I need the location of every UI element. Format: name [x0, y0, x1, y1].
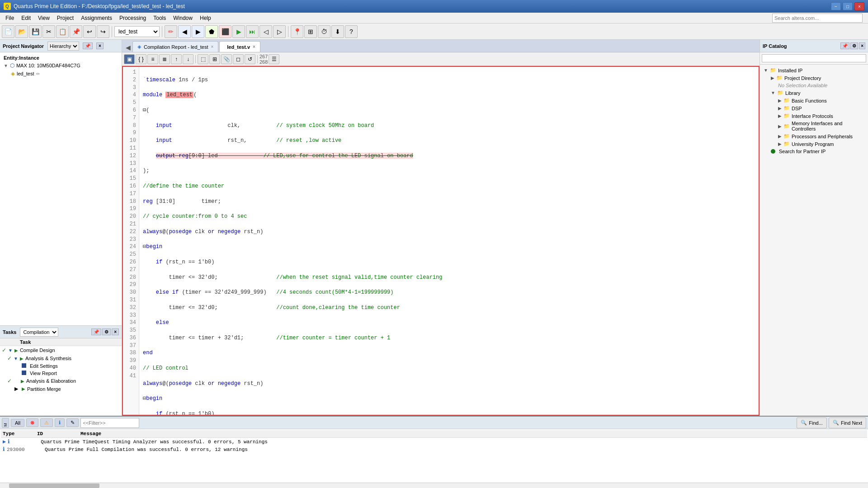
ed-box-btn[interactable]: ◻ [233, 54, 244, 64]
ip-node-interface-protocols[interactable]: ▶ 📁 Interface Protocols [762, 112, 866, 120]
tab-compilation-close-icon[interactable]: × [211, 44, 213, 49]
fwd-button[interactable]: ▷ [273, 25, 286, 38]
ip-basic-expand-icon: ▶ [778, 98, 782, 103]
vertical-msg-tab[interactable]: M [2, 418, 9, 428]
all-filter-btn[interactable]: All [11, 419, 24, 427]
maximize-button[interactable]: □ [843, 2, 853, 10]
find-button[interactable]: 🔍 Find... [797, 418, 827, 428]
project-dropdown[interactable]: led_test [114, 26, 160, 37]
ip-settings-btn[interactable]: ⚙ [850, 42, 858, 49]
menu-file[interactable]: File [2, 13, 18, 23]
tasks-settings-btn[interactable]: ⚙ [102, 328, 111, 335]
ed-clip2-btn[interactable]: ⊞ [209, 54, 220, 64]
menu-processing[interactable]: Processing [116, 13, 150, 23]
ed-align-btn[interactable]: ≣ [159, 54, 170, 64]
start-fit-button[interactable]: ⬟ [205, 25, 218, 38]
menu-view[interactable]: View [34, 13, 53, 23]
ed-clip1-btn[interactable]: ⬚ [198, 54, 208, 64]
pin-button[interactable]: 📍 [291, 25, 303, 38]
minimize-button[interactable]: − [831, 2, 841, 10]
error-filter-btn[interactable]: ⊗ [26, 418, 38, 427]
task-row-edit-settings[interactable]: Edit Settings [0, 362, 122, 370]
ed-module-btn[interactable]: ▣ [124, 54, 135, 64]
ip-node-project-dir[interactable]: ▶ 📁 Project Directory [762, 74, 866, 82]
ed-lines-btn[interactable]: ☰ [269, 54, 279, 64]
step-button[interactable]: ⏭ [246, 25, 259, 38]
ip-node-basic-functions[interactable]: ▶ 📁 Basic Functions [762, 97, 866, 104]
msg-row-1[interactable]: ▶ ℹ Quartus Prime TimeQuest Timing Analy… [1, 438, 867, 446]
ed-up-btn[interactable]: ↑ [171, 54, 182, 64]
ip-search-input[interactable] [762, 54, 866, 62]
tasks-close-btn[interactable]: × [112, 328, 119, 335]
task-row-elaboration[interactable]: ✓ ▶ Analysis & Elaboration [0, 377, 122, 385]
device-node[interactable]: ▼ ⬡ MAX 10: 10M50DAF484C7G [2, 61, 120, 70]
ed-down-btn[interactable]: ↓ [183, 54, 193, 64]
ip-node-search-partner[interactable]: Search for Partner IP [762, 148, 866, 155]
code-content[interactable]: `timescale 1ns / 1ps module led_test( ⊟(… [139, 67, 759, 415]
code-editor[interactable]: 1 2 3 4 5 6 7 8 9 10 11 12 13 14 15 16 1 [122, 66, 760, 416]
msg-row-2[interactable]: ℹ 293000 Quartus Prime Full Compilation … [1, 446, 867, 453]
program-button[interactable]: ⬇ [331, 25, 344, 38]
task-row-view-report[interactable]: View Report [0, 370, 122, 377]
ed-indent-btn[interactable]: ≡ [147, 54, 158, 64]
copy-button[interactable]: 📋 [56, 25, 69, 38]
find-next-button[interactable]: 🔍 Find Next [829, 418, 866, 428]
altera-search-input[interactable] [772, 14, 863, 23]
save-button[interactable]: 💾 [29, 25, 42, 38]
project-node[interactable]: ◈ led_test ✏ [2, 70, 120, 78]
new-button[interactable]: 📄 [2, 25, 14, 38]
ed-bracket-btn[interactable]: { } [136, 54, 146, 64]
menu-assignments[interactable]: Assignments [77, 13, 116, 23]
back-button[interactable]: ◁ [259, 25, 272, 38]
redo-button[interactable]: ↪ [97, 25, 109, 38]
ed-undo2-btn[interactable]: ↺ [245, 54, 255, 64]
compile-button[interactable]: ✏ [165, 25, 177, 38]
task-row-analysis-synthesis[interactable]: ✓ ▼ ▶ Analysis & Synthesis [0, 354, 122, 362]
menu-project[interactable]: Project [53, 13, 77, 23]
note-filter-btn[interactable]: ✎ [66, 418, 79, 427]
navigator-close-btn[interactable]: × [96, 42, 104, 49]
tasks-type-dropdown[interactable]: Compilation [20, 328, 58, 337]
start-analysis-button[interactable]: ◀ [178, 25, 191, 38]
ip-close-btn[interactable]: × [859, 42, 865, 49]
paste-button[interactable]: 📌 [70, 25, 82, 38]
ip-pin-btn[interactable]: 📌 [840, 42, 849, 49]
task-settings-square-icon [22, 363, 26, 369]
ed-attach-btn[interactable]: 📎 [221, 54, 232, 64]
timing-button[interactable]: ⏱ [318, 25, 330, 38]
warning-filter-btn[interactable]: ⚠ [40, 418, 53, 427]
ip-node-dsp[interactable]: ▶ 📁 DSP [762, 104, 866, 112]
menu-edit[interactable]: Edit [18, 13, 34, 23]
task-row-partition[interactable]: ▶ ▶ Partition Merge [0, 385, 122, 393]
tab-nav-left-btn[interactable]: ◀ [124, 43, 132, 52]
ip-node-installed[interactable]: ▼ 📁 Installed IP [762, 66, 866, 74]
task-row-compile[interactable]: ✓ ▼ ▶ Compile Design [0, 346, 122, 354]
cut-button[interactable]: ✂ [42, 25, 55, 38]
navigator-pin-btn[interactable]: 📌 [83, 42, 93, 49]
tab-led-test-v[interactable]: led_test.v × [219, 41, 260, 52]
message-filter-input[interactable] [80, 418, 139, 428]
undo-button[interactable]: ↩ [83, 25, 96, 38]
code-line-7: ); [143, 167, 755, 175]
tab-compilation-report[interactable]: ◈ Compilation Report - led_test × [132, 41, 218, 52]
ip-node-library[interactable]: ▼ 📁 Library [762, 89, 866, 97]
messages-scrollbar-thumb[interactable] [9, 483, 99, 488]
open-button[interactable]: 📂 [15, 25, 28, 38]
close-button[interactable]: × [854, 2, 864, 10]
run-button[interactable]: ▶ [232, 25, 245, 38]
ip-node-processors[interactable]: ▶ 📁 Processors and Peripherals [762, 132, 866, 140]
messages-scrollbar[interactable] [0, 483, 868, 488]
tasks-pin-btn[interactable]: 📌 [91, 328, 101, 335]
menu-window[interactable]: Window [170, 13, 196, 23]
ip-node-memory-interfaces[interactable]: ▶ 📁 Memory Interfaces and Controllers [762, 120, 866, 132]
tab-v-close-icon[interactable]: × [253, 44, 255, 49]
navigator-view-dropdown[interactable]: Hierarchy [47, 42, 79, 51]
schematic-button[interactable]: ⊞ [304, 25, 317, 38]
info-filter-btn[interactable]: ℹ [55, 418, 65, 427]
menu-tools[interactable]: Tools [150, 13, 170, 23]
menu-help[interactable]: Help [196, 13, 215, 23]
ip-node-university[interactable]: ▶ 📁 University Program [762, 140, 866, 148]
stop-button[interactable]: ⬛ [219, 25, 231, 38]
help-button[interactable]: ? [345, 25, 358, 38]
start-synthesis-button[interactable]: ▶ [192, 25, 204, 38]
